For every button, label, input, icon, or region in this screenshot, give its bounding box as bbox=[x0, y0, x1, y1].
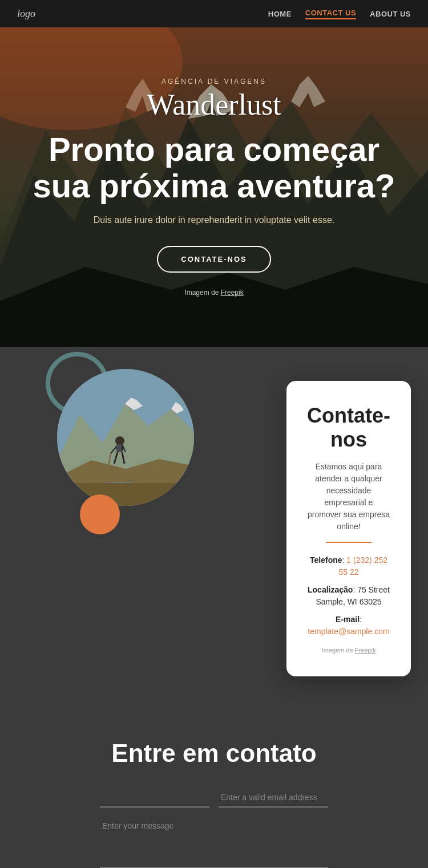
hero-content: AGÊNCIA DE VIAGENS Wanderlust Pronto par… bbox=[10, 78, 418, 297]
nav-links: HOME CONTACT US ABOUT US bbox=[268, 9, 411, 19]
card-image-credit: Imagem de Freepik bbox=[307, 647, 390, 654]
svg-rect-15 bbox=[57, 483, 194, 506]
nav-contact[interactable]: CONTACT US bbox=[305, 9, 356, 19]
navigation: logo HOME CONTACT US ABOUT US bbox=[0, 0, 428, 27]
message-textarea[interactable] bbox=[100, 817, 328, 868]
name-input[interactable] bbox=[100, 788, 209, 808]
agency-label: AGÊNCIA DE VIAGENS bbox=[33, 78, 395, 86]
nav-home[interactable]: HOME bbox=[268, 10, 292, 18]
svg-rect-18 bbox=[116, 444, 122, 452]
cta-button[interactable]: CONTATE-NOS bbox=[157, 246, 270, 273]
form-title: Entre em contato bbox=[111, 739, 316, 768]
nav-about[interactable]: ABOUT US bbox=[370, 10, 411, 18]
contact-card-title: Contate-nos bbox=[307, 404, 390, 452]
svg-point-17 bbox=[115, 436, 124, 445]
contact-card-description: Estamos aqui para atender a qualquer nec… bbox=[307, 461, 390, 533]
contact-divider bbox=[326, 542, 372, 543]
circle-fill-decor bbox=[80, 494, 120, 534]
contact-email: E-mail: template@sample.com bbox=[307, 614, 390, 638]
logo: logo bbox=[17, 8, 35, 20]
contact-person-image bbox=[57, 369, 194, 506]
contact-phone: Telefone: 1 (232) 252 55 22 bbox=[307, 554, 390, 578]
contact-left-decor bbox=[34, 346, 98, 529]
contact-card: Contate-nos Estamos aqui para atender a … bbox=[286, 381, 411, 676]
hero-title: Pronto para começar sua próxima aventura… bbox=[33, 131, 395, 204]
contact-location: Localização: 75 Street Sample, WI 63025 bbox=[307, 584, 390, 608]
contact-section: Contate-nos Estamos aqui para atender a … bbox=[0, 347, 428, 711]
form-name-email-row bbox=[100, 788, 328, 808]
hero-subtitle: Duis aute irure dolor in reprehenderit i… bbox=[33, 215, 395, 225]
email-input[interactable] bbox=[219, 788, 328, 808]
hero-image-credit: Imagem de Freepik bbox=[33, 289, 395, 297]
hero-section: AGÊNCIA DE VIAGENS Wanderlust Pronto par… bbox=[0, 27, 428, 347]
brand-name: Wanderlust bbox=[33, 90, 395, 120]
form-section: Entre em contato ENVIAR bbox=[0, 711, 428, 868]
